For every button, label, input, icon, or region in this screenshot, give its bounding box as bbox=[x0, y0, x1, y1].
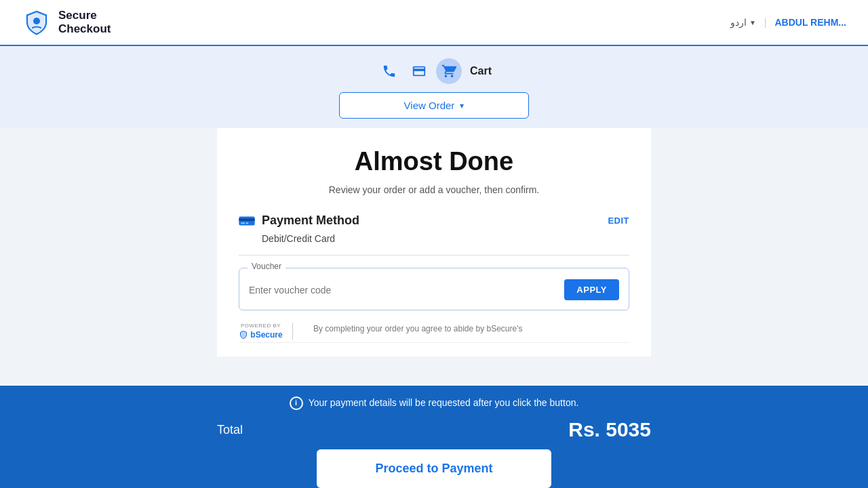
total-amount: Rs. 5035 bbox=[568, 418, 651, 441]
bsecure-note: POWERED BY bSecure By completing your or… bbox=[239, 323, 629, 343]
svg-rect-4 bbox=[246, 222, 249, 224]
cart-step-label: Cart bbox=[470, 65, 492, 77]
language-label: اردو bbox=[730, 17, 747, 28]
language-selector[interactable]: اردو ▼ bbox=[730, 17, 756, 28]
svg-rect-2 bbox=[239, 218, 254, 221]
total-row: Total Rs. 5035 bbox=[0, 418, 868, 441]
bsecure-shield-icon bbox=[239, 330, 248, 340]
chevron-down-icon: ▾ bbox=[460, 101, 464, 110]
svg-rect-3 bbox=[241, 222, 245, 224]
voucher-input-row: APPLY bbox=[249, 279, 619, 300]
edit-button[interactable]: EDIT bbox=[608, 216, 629, 226]
card-icon bbox=[239, 216, 255, 226]
voucher-section: Voucher APPLY bbox=[239, 268, 629, 310]
step-phone-icon bbox=[376, 58, 402, 84]
steps-bar: Cart View Order ▾ bbox=[0, 46, 868, 128]
step-cart-icon bbox=[436, 58, 462, 84]
payment-notice: i Your payment details will be requested… bbox=[0, 396, 868, 410]
apply-voucher-button[interactable]: APPLY bbox=[564, 279, 619, 300]
info-icon: i bbox=[290, 396, 303, 410]
svg-point-0 bbox=[33, 18, 40, 24]
bottom-bar: i Your payment details will be requested… bbox=[0, 386, 868, 488]
chevron-down-icon: ▼ bbox=[749, 19, 756, 26]
bsecure-brand: bSecure bbox=[239, 330, 282, 340]
logo: Secure Checkout bbox=[22, 7, 111, 37]
view-order-button[interactable]: View Order ▾ bbox=[339, 92, 529, 119]
payment-method-section: Payment Method EDIT Debit/Credit Card bbox=[239, 214, 629, 256]
logo-text: Secure Checkout bbox=[58, 9, 111, 37]
proceed-to-payment-button[interactable]: Proceed to Payment bbox=[317, 449, 551, 488]
payment-method-header: Payment Method EDIT bbox=[239, 214, 629, 228]
header-right: اردو ▼ | ABDUL REHM... bbox=[730, 17, 846, 28]
logo-shield-icon bbox=[22, 7, 52, 37]
user-name: ABDUL REHM... bbox=[774, 17, 846, 28]
voucher-label: Voucher bbox=[248, 262, 285, 271]
bsecure-terms-text: By completing your order you agree to ab… bbox=[304, 323, 522, 335]
header: Secure Checkout اردو ▼ | ABDUL REHM... bbox=[0, 0, 868, 46]
main-content: Almost Done Review your order or add a v… bbox=[217, 128, 651, 357]
payment-method-title: Payment Method bbox=[262, 214, 359, 228]
total-label: Total bbox=[217, 423, 243, 437]
steps-icons-row: Cart bbox=[376, 58, 492, 84]
powered-by-label: POWERED BY bbox=[241, 323, 281, 329]
voucher-input[interactable] bbox=[249, 285, 557, 296]
step-card-icon bbox=[406, 58, 432, 84]
page-title: Almost Done bbox=[239, 147, 629, 176]
subtitle: Review your order or add a voucher, then… bbox=[239, 183, 629, 197]
payment-method-value: Debit/Credit Card bbox=[262, 233, 629, 244]
payment-header-left: Payment Method bbox=[239, 214, 359, 228]
bsecure-logo: POWERED BY bSecure bbox=[239, 323, 293, 340]
